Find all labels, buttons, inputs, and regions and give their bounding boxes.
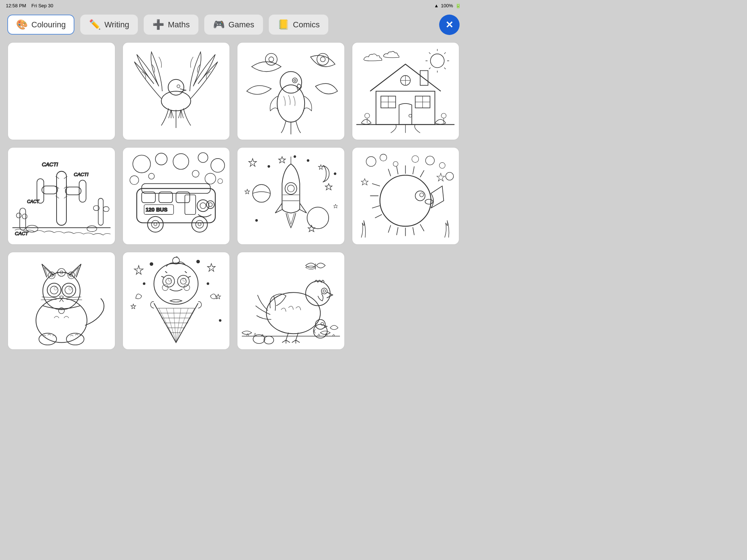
svg-point-62 <box>218 179 222 183</box>
chicken-drawing <box>242 256 340 345</box>
svg-point-137 <box>162 284 168 290</box>
close-button[interactable]: ✕ <box>439 15 460 35</box>
status-right: ▲ 100% 🔋 <box>434 3 461 8</box>
svg-point-84 <box>307 160 309 162</box>
svg-point-27 <box>441 113 446 118</box>
svg-text:CACTI: CACTI <box>42 162 58 168</box>
writing-icon: ✏️ <box>89 19 101 30</box>
svg-point-81 <box>252 184 270 202</box>
svg-rect-33 <box>79 180 86 202</box>
svg-point-129 <box>154 263 198 304</box>
svg-point-48 <box>87 226 97 232</box>
svg-point-83 <box>268 166 270 167</box>
tab-comics[interactable]: 📒 Comics <box>269 15 328 35</box>
svg-point-74 <box>148 217 163 232</box>
svg-point-85 <box>334 173 336 175</box>
svg-point-128 <box>219 319 221 321</box>
tab-games[interactable]: 🎮 Games <box>204 15 263 35</box>
svg-point-59 <box>205 173 216 184</box>
svg-point-86 <box>255 219 257 221</box>
list-item[interactable] <box>122 252 231 350</box>
svg-rect-80 <box>185 195 196 215</box>
svg-point-7 <box>277 85 305 122</box>
svg-point-127 <box>207 283 209 284</box>
svg-point-11 <box>430 54 444 68</box>
svg-point-77 <box>192 217 208 232</box>
list-item[interactable] <box>237 42 345 140</box>
svg-point-57 <box>211 159 225 172</box>
svg-line-118 <box>41 299 57 300</box>
battery-icon: 🔋 <box>455 3 461 8</box>
svg-point-97 <box>412 156 419 163</box>
svg-point-124 <box>150 262 153 265</box>
svg-point-115 <box>54 287 57 290</box>
bus-drawing: 120 BUS <box>127 151 225 240</box>
svg-point-125 <box>197 260 200 263</box>
svg-point-93 <box>380 154 387 161</box>
svg-point-144 <box>306 281 330 306</box>
svg-point-56 <box>198 153 208 163</box>
svg-point-94 <box>426 156 434 165</box>
svg-point-146 <box>323 290 325 292</box>
svg-point-88 <box>285 183 297 194</box>
list-item[interactable] <box>237 147 345 245</box>
coloring-grid: CACTI CACTI CACT CACT <box>0 38 467 350</box>
svg-point-9 <box>292 78 297 82</box>
svg-point-75 <box>151 221 159 229</box>
svg-point-78 <box>196 221 204 229</box>
list-item[interactable] <box>7 252 116 350</box>
icecream-drawing <box>127 256 225 345</box>
svg-line-39 <box>64 196 67 198</box>
svg-point-95 <box>440 163 445 168</box>
comics-icon: 📒 <box>278 19 289 30</box>
svg-point-136 <box>183 278 186 281</box>
svg-point-104 <box>43 272 80 310</box>
maths-icon: ➕ <box>152 19 164 30</box>
svg-point-113 <box>50 286 58 294</box>
svg-point-145 <box>321 288 327 294</box>
svg-line-38 <box>55 196 59 198</box>
svg-point-99 <box>380 175 431 226</box>
cactus-drawing: CACTI CACTI CACT CACT <box>12 151 111 240</box>
tab-writing[interactable]: ✏️ Writing <box>80 15 138 35</box>
list-item[interactable] <box>122 42 231 140</box>
svg-point-3 <box>265 53 277 65</box>
eagle-drawing <box>127 47 225 136</box>
rocket-drawing <box>242 151 340 240</box>
list-item[interactable]: 120 BUS <box>122 147 231 245</box>
tab-colouring[interactable]: 🎨 Colouring <box>7 15 74 35</box>
svg-point-92 <box>366 157 376 167</box>
svg-rect-41 <box>16 213 21 218</box>
svg-point-76 <box>154 223 157 226</box>
svg-rect-42 <box>22 214 27 219</box>
svg-point-133 <box>166 278 171 284</box>
svg-rect-43 <box>98 198 103 225</box>
wifi-icon: ▲ <box>434 3 439 8</box>
tab-writing-label: Writing <box>104 20 129 30</box>
svg-point-5 <box>317 53 329 65</box>
svg-point-114 <box>65 286 73 294</box>
svg-text:120 BUS: 120 BUS <box>146 207 167 213</box>
svg-point-65 <box>197 200 209 211</box>
list-item[interactable] <box>352 42 460 140</box>
svg-point-98 <box>446 172 454 180</box>
svg-point-55 <box>173 154 189 170</box>
list-item[interactable] <box>7 42 116 140</box>
svg-point-131 <box>163 275 174 287</box>
list-item[interactable]: CACTI CACTI CACT CACT <box>7 147 116 245</box>
close-icon: ✕ <box>445 19 453 31</box>
svg-point-60 <box>148 173 154 179</box>
list-item[interactable] <box>352 147 460 245</box>
svg-text:CACTI: CACTI <box>74 172 89 177</box>
svg-text:CACT: CACT <box>27 199 40 204</box>
list-item[interactable] <box>237 252 345 350</box>
tab-maths[interactable]: ➕ Maths <box>144 15 198 35</box>
parrot-drawing <box>242 47 340 136</box>
svg-point-135 <box>168 278 171 281</box>
svg-point-58 <box>130 176 139 184</box>
svg-text:CACT: CACT <box>15 231 28 236</box>
svg-point-134 <box>181 278 186 284</box>
svg-line-34 <box>55 176 59 179</box>
tab-comics-label: Comics <box>293 20 320 30</box>
svg-rect-45 <box>103 207 109 211</box>
